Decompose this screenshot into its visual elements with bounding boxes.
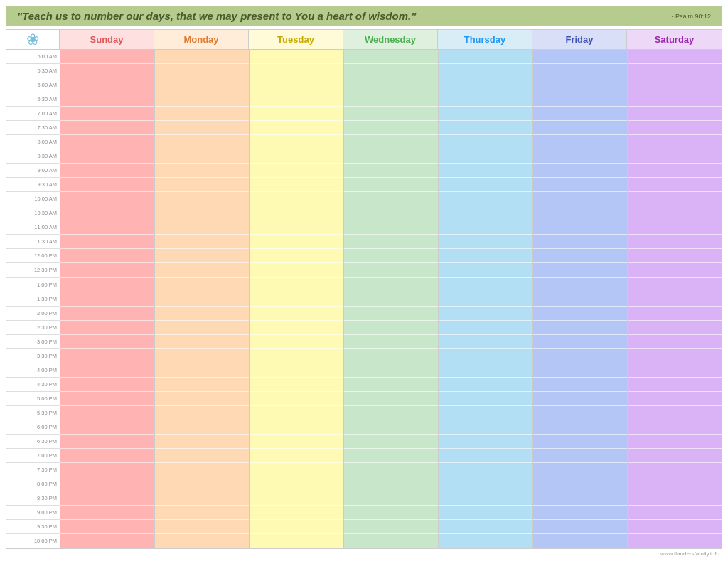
schedule-cell[interactable] [60,321,154,335]
schedule-cell[interactable] [344,135,438,149]
schedule-cell[interactable] [60,491,154,506]
schedule-cell[interactable] [250,449,343,463]
schedule-cell[interactable] [250,278,343,292]
schedule-cell[interactable] [60,121,154,135]
schedule-cell[interactable] [439,420,532,435]
schedule-cell[interactable] [155,420,249,435]
schedule-cell[interactable] [439,121,532,135]
schedule-cell[interactable] [250,206,343,220]
schedule-cell[interactable] [628,435,722,449]
schedule-cell[interactable] [155,78,249,92]
schedule-cell[interactable] [344,363,438,378]
schedule-cell[interactable] [439,406,532,420]
schedule-cell[interactable] [439,64,532,78]
schedule-cell[interactable] [344,92,438,107]
schedule-cell[interactable] [344,321,438,335]
schedule-cell[interactable] [533,449,627,463]
schedule-cell[interactable] [628,192,722,206]
schedule-cell[interactable] [344,378,438,392]
schedule-cell[interactable] [60,164,154,178]
schedule-cell[interactable] [60,149,154,164]
schedule-cell[interactable] [628,378,722,392]
schedule-cell[interactable] [155,249,249,263]
schedule-cell[interactable] [155,107,249,121]
schedule-cell[interactable] [250,349,343,363]
schedule-cell[interactable] [628,263,722,277]
schedule-cell[interactable] [344,435,438,449]
schedule-cell[interactable] [250,321,343,335]
schedule-cell[interactable] [250,534,343,548]
schedule-cell[interactable] [533,121,627,135]
schedule-cell[interactable] [155,50,249,64]
schedule-cell[interactable] [628,321,722,335]
schedule-cell[interactable] [250,92,343,107]
day-col-tuesday[interactable] [249,50,343,548]
schedule-cell[interactable] [250,78,343,92]
schedule-cell[interactable] [628,406,722,420]
schedule-cell[interactable] [344,534,438,548]
schedule-cell[interactable] [533,534,627,548]
schedule-cell[interactable] [250,178,343,192]
schedule-cell[interactable] [533,192,627,206]
schedule-cell[interactable] [628,78,722,92]
schedule-cell[interactable] [155,292,249,307]
schedule-cell[interactable] [628,307,722,321]
schedule-cell[interactable] [250,121,343,135]
schedule-cell[interactable] [628,235,722,249]
schedule-cell[interactable] [155,92,249,107]
schedule-cell[interactable] [60,363,154,378]
schedule-cell[interactable] [533,363,627,378]
schedule-cell[interactable] [533,378,627,392]
schedule-cell[interactable] [628,92,722,107]
schedule-cell[interactable] [344,406,438,420]
schedule-cell[interactable] [60,435,154,449]
schedule-cell[interactable] [250,50,343,64]
schedule-cell[interactable] [155,121,249,135]
schedule-cell[interactable] [250,378,343,392]
schedule-cell[interactable] [155,477,249,491]
schedule-cell[interactable] [628,449,722,463]
schedule-cell[interactable] [533,78,627,92]
schedule-cell[interactable] [344,491,438,506]
schedule-cell[interactable] [344,392,438,406]
schedule-cell[interactable] [344,149,438,164]
schedule-cell[interactable] [533,135,627,149]
schedule-cell[interactable] [533,406,627,420]
schedule-cell[interactable] [155,335,249,349]
schedule-cell[interactable] [60,206,154,220]
schedule-cell[interactable] [155,321,249,335]
schedule-cell[interactable] [533,220,627,235]
schedule-cell[interactable] [344,249,438,263]
schedule-cell[interactable] [533,420,627,435]
schedule-cell[interactable] [533,349,627,363]
schedule-cell[interactable] [250,307,343,321]
schedule-cell[interactable] [533,307,627,321]
schedule-cell[interactable] [439,506,532,520]
schedule-cell[interactable] [60,420,154,435]
schedule-cell[interactable] [250,149,343,164]
schedule-cell[interactable] [155,64,249,78]
schedule-cell[interactable] [628,206,722,220]
schedule-cell[interactable] [533,321,627,335]
schedule-cell[interactable] [60,292,154,307]
schedule-cell[interactable] [628,520,722,534]
schedule-cell[interactable] [344,335,438,349]
schedule-cell[interactable] [155,220,249,235]
schedule-cell[interactable] [533,206,627,220]
schedule-cell[interactable] [155,307,249,321]
schedule-cell[interactable] [60,178,154,192]
schedule-cell[interactable] [533,249,627,263]
schedule-cell[interactable] [628,50,722,64]
schedule-cell[interactable] [250,164,343,178]
schedule-cell[interactable] [533,235,627,249]
schedule-cell[interactable] [439,520,532,534]
schedule-cell[interactable] [155,178,249,192]
schedule-cell[interactable] [344,64,438,78]
schedule-cell[interactable] [439,135,532,149]
schedule-cell[interactable] [533,292,627,307]
schedule-cell[interactable] [250,435,343,449]
schedule-cell[interactable] [60,263,154,277]
schedule-cell[interactable] [344,278,438,292]
schedule-cell[interactable] [439,50,532,64]
schedule-cell[interactable] [533,491,627,506]
